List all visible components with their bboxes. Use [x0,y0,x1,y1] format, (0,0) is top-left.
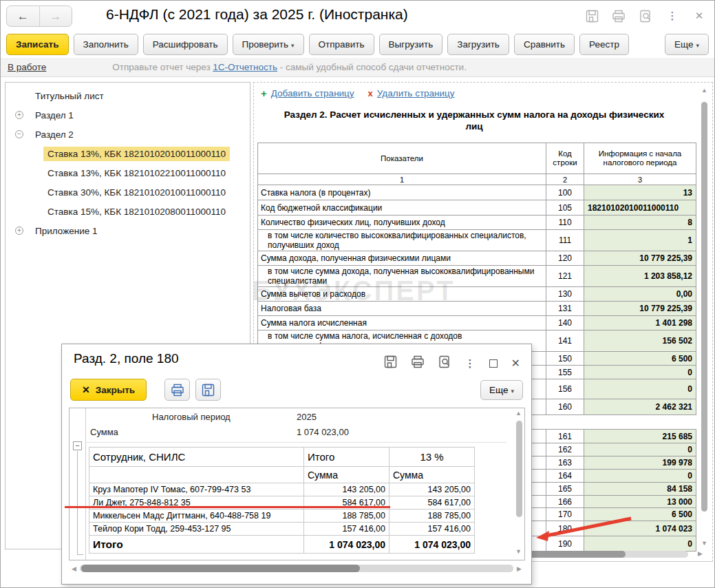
col-rate: 13 % [389,448,475,467]
toolbar-button-10[interactable]: Еще▾ [665,34,709,55]
toolbar-button-3[interactable]: Расшифровать [143,34,228,55]
line-code: 140 [546,316,584,330]
line-code: 163 [546,456,584,470]
expand-icon[interactable]: + [15,227,23,235]
add-page-link[interactable]: Добавить страницу [271,88,354,98]
tree-item-8[interactable]: +Приложение 1 [6,221,250,240]
close-icon[interactable]: ✕ [692,9,706,23]
popup-horizontal-scrollbar[interactable]: ◀ ▶ [72,565,522,573]
line-code: 165 [546,483,584,496]
popup-print-icon[interactable] [411,355,425,371]
popup-scroll-right-icon[interactable]: ▶ [517,565,522,572]
value-cell-164[interactable]: 0 [584,470,696,483]
tree-item-4[interactable]: Ставка 13%, КБК 18210102010011000110 [6,144,250,163]
popup-save-icon[interactable] [384,355,397,371]
value-cell-141[interactable]: 156 502 [584,330,696,352]
value-cell-170[interactable]: 6 500 [584,508,696,521]
delete-page-link[interactable]: Удалить страницу [377,88,455,98]
value-cell-111[interactable]: 1 [584,230,696,251]
value-cell-160[interactable]: 2 462 321 [584,399,696,415]
employee-total[interactable]: 157 416,00 [304,523,389,536]
vertical-scrollbar[interactable]: ▲ ▼ [698,85,710,551]
scroll-right-icon[interactable]: ▶ [698,550,703,557]
preview-icon[interactable] [639,9,652,23]
popup-scroll-left-icon[interactable]: ◀ [72,565,76,572]
value-cell-110[interactable]: 8 [584,216,696,230]
employee-rate-sum[interactable]: 188 785,00 [389,510,475,523]
popup-more-button[interactable]: Еще▾ [480,380,523,400]
value-cell-150[interactable]: 6 500 [584,352,696,366]
value-cell-105[interactable]: 18210102010011000110 [584,200,696,216]
value-cell-121[interactable]: 1 203 858,12 [584,266,696,287]
save-icon[interactable] [585,9,599,23]
status-message-suffix: - самый удобный способ сдачи отчетности. [277,62,467,72]
toolbar-button-6[interactable]: Выгрузить [379,34,443,55]
report-row-140: Сумма налога исчисленная1401 401 298 [258,316,696,330]
value-cell-165[interactable]: 84 158 [584,483,696,496]
print-icon[interactable] [612,9,626,23]
value-cell-162[interactable]: 0 [584,443,696,456]
employee-rate-sum[interactable]: 584 617,00 [389,496,475,510]
indicator-label: Количество физических лиц, получивших до… [258,216,546,230]
status-state-link[interactable]: В работе [8,62,46,72]
popup-preview-icon[interactable] [438,355,451,371]
toolbar-button-8[interactable]: Сравнить [514,34,575,55]
line-code: 120 [546,251,584,266]
tree-item-6[interactable]: Ставка 30%, КБК 18210102010011000110 [6,182,250,202]
scroll-down-icon[interactable]: ▼ [701,540,707,547]
employee-row-1[interactable]: Круз Мапотер IV Томас, 607-799-473 53143… [89,483,475,496]
tree-item-3[interactable]: −Раздел 2 [6,125,250,144]
forward-button[interactable]: → [39,6,72,26]
value-cell-166[interactable]: 13 000 [584,496,696,508]
popup-print-button[interactable] [164,379,190,401]
value-cell-161[interactable]: 215 685 [584,430,696,443]
collapse-icon[interactable]: − [15,130,23,138]
collapse-group-icon[interactable]: − [73,441,82,450]
popup-hscroll-thumb[interactable] [81,565,360,572]
toolbar-button-7[interactable]: Загрузить [447,34,509,55]
value-cell-190[interactable]: 0 [584,536,696,552]
toolbar-button-2[interactable]: Заполнить [74,34,138,55]
employee-name[interactable]: Миккельсен Мадс Диттманн, 640-488-758 19 [89,510,304,523]
value-cell-155[interactable]: 0 [584,366,696,379]
employee-rate-sum[interactable]: 157 416,00 [389,523,475,536]
employee-name[interactable]: Тейлор Кори Тодд, 259-453-127 95 [89,523,304,536]
scroll-up-icon[interactable]: ▲ [701,87,707,94]
value-cell-120[interactable]: 10 779 225,39 [584,251,696,266]
popup-close-icon[interactable]: ✕ [511,357,520,370]
popup-maximize-icon[interactable] [489,359,498,368]
back-button[interactable]: ← [7,6,39,26]
reporting-service-link[interactable]: 1С-Отчетность [213,62,277,72]
tree-item-2[interactable]: +Раздел 1 [6,105,250,125]
tree-item-1[interactable]: Титульный лист [6,86,250,105]
employee-total[interactable]: 188 785,00 [304,510,389,523]
more-menu-icon[interactable]: ⋮ [665,9,679,23]
popup-more-menu-icon[interactable]: ⋮ [465,361,476,366]
toolbar-button-5[interactable]: Отправить [309,34,374,55]
toolbar-button-9[interactable]: Реестр [579,34,629,55]
expand-icon[interactable]: + [15,111,23,119]
scroll-thumb[interactable] [701,102,707,512]
value-cell-131[interactable]: 10 779 225,39 [584,302,696,316]
popup-scroll-down-icon[interactable]: ▼ [515,548,522,555]
employee-name[interactable]: Круз Мапотер IV Томас, 607-799-473 53 [89,483,304,496]
popup-close-button[interactable]: ✕Закрыть [70,379,147,401]
value-cell-180[interactable]: 1 074 023 [584,521,696,536]
toolbar-button-1[interactable]: Записать [6,34,69,55]
value-cell-163[interactable]: 199 978 [584,456,696,470]
employee-row-4[interactable]: Тейлор Кори Тодд, 259-453-127 95157 416,… [89,523,475,536]
value-cell-100[interactable]: 13 [584,185,696,200]
popup-save-button[interactable] [195,379,221,401]
tree-item-5[interactable]: Ставка 13%, КБК 18210102210011000110 [6,163,250,182]
toolbar-button-4[interactable]: Проверить▾ [233,34,304,55]
employee-rate-sum[interactable]: 143 205,00 [389,483,475,496]
popup-spreadsheet: − Налоговый период 2025 Сумма 1 074 023,… [69,408,525,560]
employee-total[interactable]: 143 205,00 [304,483,389,496]
tree-item-7[interactable]: Ставка 15%, КБК 18210102080011000110 [6,202,250,221]
value-cell-130[interactable]: 0,00 [584,287,696,302]
popup-vscroll-thumb[interactable] [516,421,522,517]
employee-row-3[interactable]: Миккельсен Мадс Диттманн, 640-488-758 19… [89,510,475,523]
popup-scroll-up-icon[interactable]: ▲ [515,410,522,417]
value-cell-156[interactable]: 0 [584,379,696,399]
value-cell-140[interactable]: 1 401 298 [584,316,696,330]
